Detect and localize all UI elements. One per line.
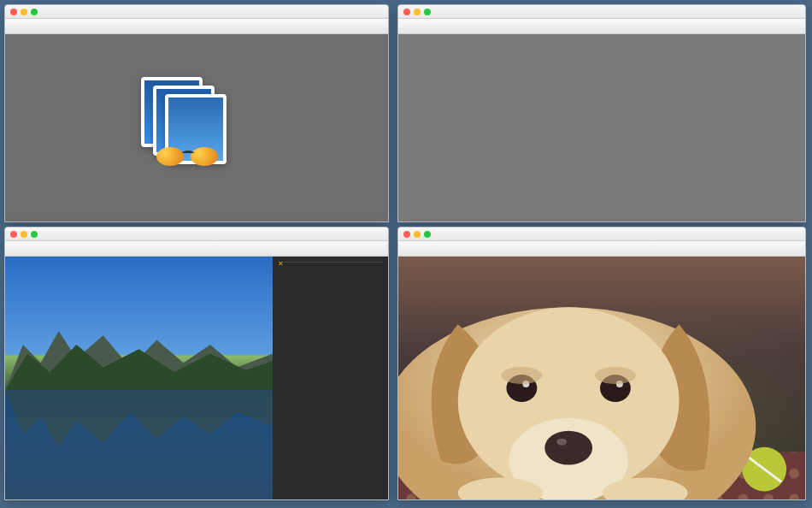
titlebar[interactable] [398, 5, 805, 19]
app-logo [141, 77, 235, 180]
zoom-icon[interactable] [31, 9, 38, 15]
zoom-icon[interactable] [424, 9, 431, 15]
window-viewer-info: ✕ [4, 227, 389, 500]
toolbar [398, 241, 805, 257]
image-viewport[interactable] [5, 257, 273, 499]
svg-marker-2 [5, 390, 273, 448]
window-viewer [397, 227, 806, 500]
toolbar [398, 19, 805, 34]
svg-point-12 [556, 439, 567, 446]
svg-point-18 [595, 367, 636, 384]
close-icon[interactable] [403, 9, 410, 15]
zoom-icon[interactable] [31, 231, 38, 238]
thumbnail-grid [398, 34, 805, 44]
window-splash [4, 4, 389, 222]
window-browser [397, 4, 806, 222]
zoom-icon[interactable] [424, 231, 431, 238]
minimize-icon[interactable] [21, 231, 27, 238]
close-icon[interactable] [403, 231, 410, 238]
svg-point-11 [544, 431, 592, 465]
close-icon[interactable] [10, 9, 17, 15]
svg-point-17 [501, 367, 542, 384]
minimize-icon[interactable] [21, 9, 27, 15]
toolbar [5, 241, 388, 257]
info-panel: ✕ [273, 257, 388, 499]
minimize-icon[interactable] [414, 9, 421, 15]
titlebar[interactable] [5, 227, 388, 241]
image-viewport[interactable] [398, 257, 805, 499]
info-close-icon[interactable]: ✕ [278, 260, 284, 268]
titlebar[interactable] [398, 227, 805, 241]
close-icon[interactable] [10, 231, 17, 238]
minimize-icon[interactable] [414, 231, 421, 238]
titlebar[interactable] [5, 5, 388, 19]
toolbar [5, 19, 388, 34]
